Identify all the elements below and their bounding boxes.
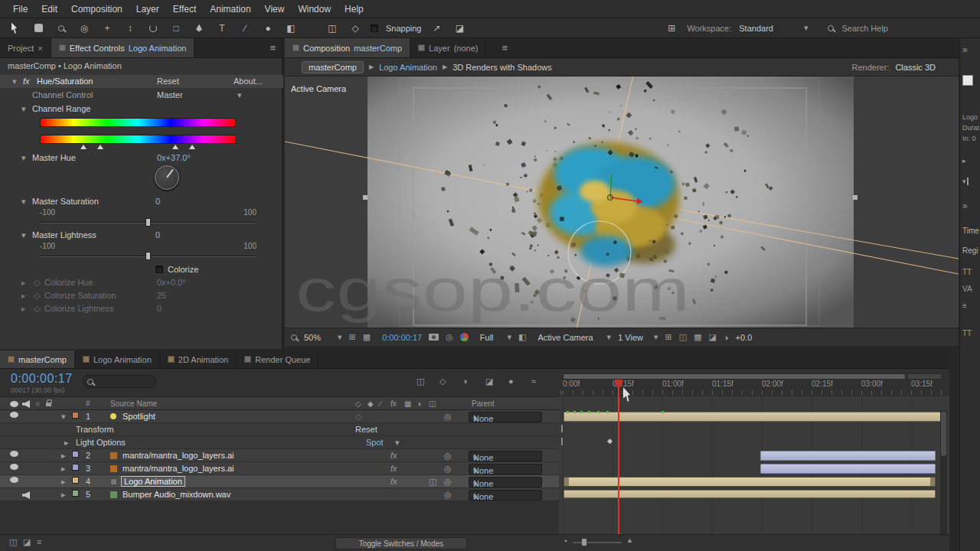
saturation-slider[interactable] <box>40 222 256 223</box>
layer-row-mantra-3[interactable]: ▸ 3 mantra/mantra_logo_layers.ai fx ◎ No… <box>0 462 559 475</box>
camera-select[interactable]: Active Camera ▾ <box>537 332 611 342</box>
search-help-input[interactable]: Search Help <box>841 24 888 33</box>
tab-composition-label[interactable]: Composition <box>303 44 350 53</box>
selection-tool[interactable] <box>8 21 23 35</box>
resolution-select[interactable]: Full ▾ <box>480 332 511 342</box>
preview-timecode[interactable]: 0:00:00:17 <box>382 333 422 342</box>
tab-label[interactable]: 2D Animation <box>178 355 228 364</box>
parent-dropdown[interactable]: None ▾ <box>469 490 542 500</box>
expand-panel-chevrons-icon[interactable]: » <box>962 201 968 211</box>
panel-menu-icon[interactable]: ≡ <box>495 38 514 57</box>
label-color-chip[interactable] <box>72 490 79 497</box>
region-of-interest-icon[interactable]: ◧ <box>518 332 526 342</box>
label-color-chip[interactable] <box>72 451 79 458</box>
fx-switch[interactable]: fx <box>390 464 397 473</box>
character-button[interactable]: TT <box>962 329 972 337</box>
axis-mode-world-icon[interactable]: ◇ <box>348 21 363 35</box>
parent-dropdown[interactable]: None ▾ <box>469 477 542 487</box>
zoom-slider-handle[interactable] <box>582 539 586 546</box>
tab-timeline-2d-animation[interactable]: 2D Animation <box>160 350 237 368</box>
keyframe-dot[interactable] <box>580 411 583 413</box>
tab-effect-controls-target[interactable]: Logo Animation <box>129 44 187 53</box>
exposure-icon[interactable]: ◑ <box>724 333 729 342</box>
zoom-select[interactable]: 50% ▾ <box>304 332 342 342</box>
expand-closed-icon[interactable]: ▸ <box>21 278 26 288</box>
layer-bar-spotlight[interactable] <box>564 412 942 422</box>
colorize-checkbox[interactable] <box>155 266 163 273</box>
show-snapshot-icon[interactable]: ◎ <box>446 332 453 342</box>
transform-reset-button[interactable]: Reset <box>355 425 377 434</box>
character-button[interactable]: VA <box>962 285 972 293</box>
eraser-tool[interactable]: ◧ <box>283 21 299 35</box>
tab-effect-controls[interactable]: Effect Controls Logo Animation <box>51 38 195 57</box>
selection-handle[interactable] <box>853 195 858 200</box>
view-layout-select[interactable]: 1 View ▾ <box>618 332 658 342</box>
keyframe-dot[interactable] <box>588 411 590 413</box>
character-button[interactable]: ≡ <box>962 302 967 310</box>
expand-open-icon[interactable]: ▾ <box>12 77 17 86</box>
brush-tool[interactable]: ∕ <box>237 21 253 35</box>
gradient-handle[interactable] <box>97 145 103 149</box>
scrollbar-thumb[interactable] <box>941 412 946 456</box>
effect-name[interactable]: Hue/Saturation <box>37 77 93 86</box>
layer-bar-mantra-3[interactable] <box>760 464 936 474</box>
work-area-bar[interactable] <box>563 373 906 380</box>
breadcrumb-mastercomp[interactable]: masterComp <box>302 61 364 73</box>
panel-menu-icon[interactable]: ≡ <box>263 38 282 57</box>
camera-value[interactable]: Active Camera <box>537 333 593 342</box>
close-icon[interactable]: × <box>38 44 42 53</box>
tab-project-label[interactable]: Project <box>8 44 34 53</box>
fx-switch[interactable]: fx <box>390 451 397 460</box>
breadcrumb-3d-renders[interactable]: 3D Renders with Shadows <box>452 63 552 72</box>
breadcrumb-logo-animation[interactable]: Logo Animation <box>379 63 437 72</box>
3d-switch[interactable]: ◫ <box>429 477 436 487</box>
menu-layer[interactable]: Layer <box>129 4 166 15</box>
axis-mode-local-icon[interactable]: ◫ <box>325 21 340 35</box>
tab-composition[interactable]: Composition masterComp <box>285 38 410 57</box>
zoom-in-mountain-icon[interactable]: ▲ <box>626 536 633 544</box>
type-tool[interactable]: T <box>214 21 230 35</box>
master-lightness-value[interactable]: 0 <box>155 230 160 240</box>
zoom-dropdown-icon[interactable]: ▾ <box>338 332 342 342</box>
flowchart-button-icon[interactable]: ◪ <box>709 332 717 342</box>
workspace-select[interactable]: Standard ▾ <box>739 23 808 33</box>
property-row-light-options[interactable]: ▸ Light Options Spot ▾ <box>0 436 559 449</box>
parent-pickwhip-icon[interactable]: ◎ <box>444 412 452 422</box>
layer-bar-mantra-2[interactable] <box>760 451 936 461</box>
camera-dropdown-icon[interactable]: ▾ <box>607 332 612 342</box>
comp-flowchart-icon[interactable]: ◫ <box>416 377 424 386</box>
column-source-name[interactable]: Source Name <box>110 399 157 408</box>
eye-icon[interactable] <box>10 412 18 418</box>
draft-3d-icon[interactable]: ◇ <box>439 377 446 386</box>
color-swatch[interactable] <box>962 75 973 86</box>
keyframe-dot[interactable] <box>662 411 664 413</box>
eye-icon[interactable] <box>10 451 18 457</box>
work-area-end[interactable] <box>907 373 942 380</box>
fast-previews-icon[interactable]: ◫ <box>679 332 687 342</box>
expand-closed-icon[interactable]: ▸ <box>61 477 66 487</box>
property-label[interactable]: Light Options <box>76 438 126 447</box>
dropdown-icon[interactable]: ▾ <box>395 438 400 448</box>
parent-pickwhip-icon[interactable]: ◎ <box>444 464 452 474</box>
zoom-tool[interactable] <box>54 21 69 35</box>
timeline-zoom-slider[interactable] <box>573 542 622 543</box>
menu-composition[interactable]: Composition <box>64 4 129 15</box>
effect-header-row[interactable]: ▾ fx Hue/Saturation Reset About... <box>0 75 283 88</box>
column-parent[interactable]: Parent <box>472 399 494 408</box>
resolution-value[interactable]: Full <box>480 333 494 342</box>
effect-reset-button[interactable]: Reset <box>157 77 179 86</box>
pan-camera-tool[interactable]: + <box>100 21 115 35</box>
show-channels-icon[interactable] <box>460 333 469 341</box>
light-type-dropdown[interactable]: Spot <box>366 438 384 447</box>
view-layout-dropdown-icon[interactable]: ▾ <box>654 332 658 342</box>
lightness-slider-handle[interactable] <box>145 252 151 260</box>
keyframe-dot[interactable] <box>597 411 599 413</box>
parent-dropdown[interactable]: None ▾ <box>469 464 542 474</box>
channel-control-dropdown[interactable]: Master <box>157 90 183 99</box>
exposure-value[interactable]: +0.0 <box>736 333 753 342</box>
label-color-chip[interactable] <box>72 464 79 471</box>
view-layout-value[interactable]: 1 View <box>618 333 643 342</box>
pixel-aspect-icon[interactable]: ⊞ <box>665 332 672 342</box>
parent-pickwhip-icon[interactable]: ◎ <box>444 490 452 500</box>
orbit-camera-tool[interactable]: ◎ <box>77 21 92 35</box>
